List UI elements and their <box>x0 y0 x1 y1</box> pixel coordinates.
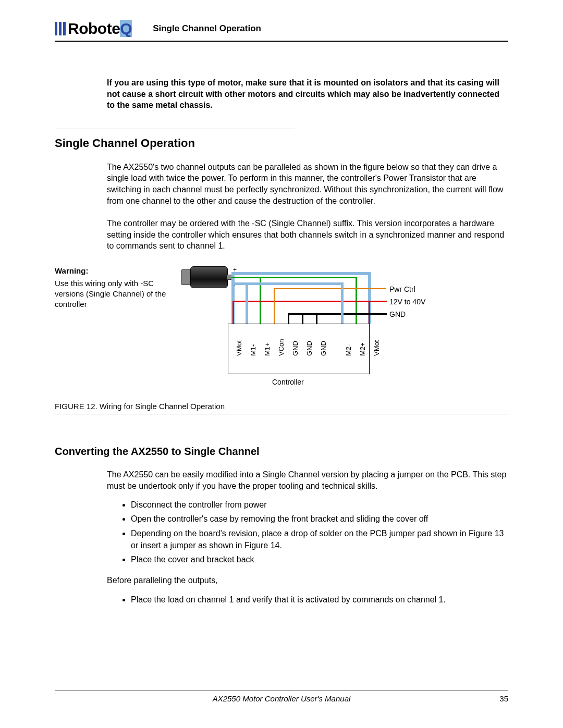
figure-12-caption: FIGURE 12. Wiring for Single Channel Ope… <box>55 402 508 411</box>
pin-m2-minus: M2- <box>345 330 352 356</box>
wire-blue-minus-h <box>231 282 344 285</box>
step-1-4: Place the cover and bracket back <box>131 553 508 565</box>
section1-para2: The controller may be ordered with the -… <box>107 218 508 252</box>
logo-bars-icon <box>55 22 66 35</box>
wire-blue-m1m <box>246 282 248 324</box>
label-pwr-ctrl: Pwr Ctrl <box>389 285 415 293</box>
wire-black-gnd2 <box>302 313 303 324</box>
wire-black-gnd3 <box>316 313 317 324</box>
figure-rule <box>55 414 508 414</box>
step-1-1: Disconnect the controller from power <box>131 499 508 511</box>
logo-text-blue: Q <box>120 20 132 37</box>
pin-m1-minus: M1- <box>249 330 257 356</box>
page-number: 35 <box>487 694 508 703</box>
section-heading-single-channel: Single Channel Operation <box>55 137 508 150</box>
steps-list-1: Disconnect the controller from power Ope… <box>119 499 508 565</box>
section2-para1: The AX2550 can be easily modified into a… <box>107 469 508 491</box>
wire-blue-top <box>231 272 371 275</box>
wire-black-gnd1 <box>288 313 289 324</box>
wire-blue-m2m <box>341 282 344 324</box>
header-section-title: Single Channel Operation <box>153 23 261 34</box>
section2-para2: Before paralleling the outputs, <box>107 575 508 586</box>
warning-text: Use this wiring only with -SC versions (… <box>55 278 175 310</box>
step-1-3: Depending on the board's revision, place… <box>131 527 508 551</box>
steps-list-2: Place the load on channel 1 and verify t… <box>119 594 508 606</box>
pin-gnd-2: GND <box>305 330 313 356</box>
warning-label: Warning: <box>55 266 175 275</box>
subsection-heading-converting: Converting the AX2550 to Single Channel <box>55 446 508 458</box>
pin-vmot-2: VMot <box>373 330 381 356</box>
pin-gnd-1: GND <box>291 330 299 356</box>
wire-green-top <box>231 277 357 278</box>
wire-red-12v <box>232 301 387 302</box>
pin-m2-plus: M2+ <box>359 330 366 356</box>
pin-m1-plus: M1+ <box>263 330 271 356</box>
intro-warning-paragraph: If you are using this type of motor, mak… <box>107 77 508 111</box>
logo-text: RoboteQ <box>68 20 132 38</box>
label-gnd: GND <box>389 310 406 318</box>
pin-gnd-3: GND <box>320 330 327 356</box>
wire-green-m2p <box>356 277 357 324</box>
footer-manual-title: AX2550 Motor Controller User's Manual <box>76 694 487 703</box>
wire-orange-v <box>274 288 275 324</box>
logo-text-black: Robote <box>68 20 120 37</box>
step-2-1: Place the load on channel 1 and verify t… <box>131 594 508 606</box>
wire-red-down2 <box>369 301 370 324</box>
step-1-2: Open the controller's case by removing t… <box>131 513 508 525</box>
wiring-diagram: + - Controller <box>181 266 468 397</box>
pin-vmot-1: VMot <box>235 330 243 356</box>
pin-vcon: VCon <box>277 330 285 356</box>
section-rule <box>55 129 295 129</box>
page-header: RoboteQ Single Channel Operation <box>55 20 508 42</box>
wire-red-down1 <box>232 301 234 324</box>
logo: RoboteQ <box>55 20 132 38</box>
wire-orange-h <box>274 288 386 289</box>
page-footer: AX2550 Motor Controller User's Manual 35 <box>55 690 508 703</box>
label-12v-40v: 12V to 40V <box>389 298 425 306</box>
section1-para1: The AX2550's two channel outputs can be … <box>107 162 508 206</box>
controller-label: Controller <box>272 378 304 386</box>
